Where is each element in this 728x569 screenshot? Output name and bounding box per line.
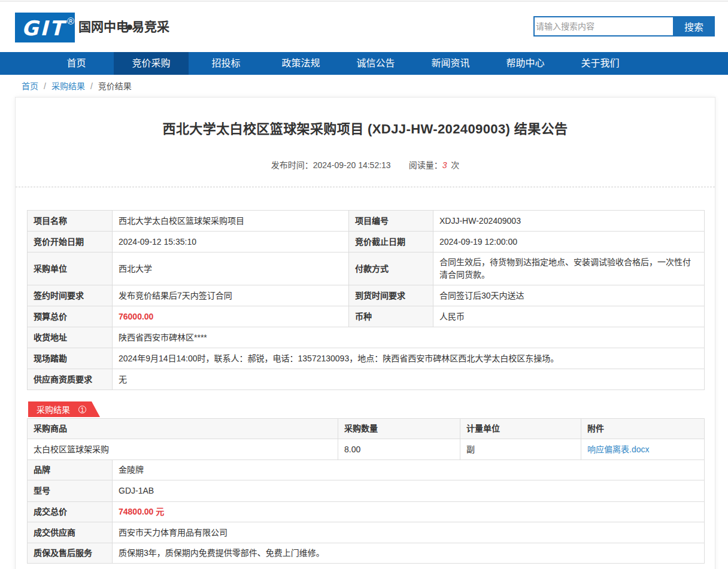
breadcrumb-current: 竞价结果 xyxy=(98,81,132,91)
project-info-table: 项目名称 西北大学太白校区篮球架采购项目 项目编号 XDJJ-HW-202409… xyxy=(27,210,705,390)
row-label: 收货地址 xyxy=(28,327,113,348)
table-row: 品牌 金陵牌 xyxy=(28,460,705,480)
row-value: XDJJ-HW-202409003 xyxy=(433,211,705,232)
table-row: 收货地址 陕西省西安市碑林区**** xyxy=(28,327,705,348)
row-value: 西北大学 xyxy=(113,252,349,285)
tables-area: 项目名称 西北大学太白校区篮球架采购项目 项目编号 XDJJ-HW-202409… xyxy=(16,210,715,564)
row-value: 2024年9月14日14:00时，联系人：郝锐，电话：13572130093，地… xyxy=(113,348,705,369)
site-logo[interactable]: GIT ® xyxy=(15,13,75,42)
nav-menu: 首页 竞价采购 招投标 政策法规 诚信公告 新闻资讯 帮助中心 关于我们 xyxy=(0,52,728,75)
nav-item-policy[interactable]: 政策法规 xyxy=(263,52,338,75)
brand-name-left: 国网中电 xyxy=(78,20,129,34)
column-header: 附件 xyxy=(581,419,705,439)
row-value: 合同生效后，待货物到达指定地点、安装调试验收合格后，一次性付清合同货款。 xyxy=(433,252,705,285)
breadcrumb-home[interactable]: 首页 xyxy=(22,81,38,91)
breadcrumb-middle[interactable]: 采购结果 xyxy=(51,81,85,91)
row-label: 项目名称 xyxy=(28,211,113,232)
row-label: 成交总价 xyxy=(28,502,113,522)
row-value: 人民币 xyxy=(433,306,705,327)
row-value: 西北大学太白校区篮球架采购项目 xyxy=(113,211,349,232)
badge-number-circle: 1 xyxy=(78,406,86,413)
table-row: 签约时间要求 发布竞价结果后7天内签订合同 到货时间要求 合同签订后30天内送达 xyxy=(28,285,705,306)
row-label: 到货时间要求 xyxy=(349,285,433,306)
table-row: 成交总价 74800.00 元 xyxy=(28,502,705,522)
nav-item-news[interactable]: 新闻资讯 xyxy=(413,52,488,75)
row-label: 品牌 xyxy=(28,460,113,480)
row-label: 成交供应商 xyxy=(28,522,113,543)
nav-item-tender[interactable]: 招投标 xyxy=(189,52,263,75)
row-label: 竞价开始日期 xyxy=(28,232,113,252)
table-row: 供应商资质要求 无 xyxy=(28,369,705,390)
search-bar: 搜索 xyxy=(533,16,715,36)
logo-text: GIT xyxy=(22,17,65,39)
row-label: 供应商资质要求 xyxy=(28,369,113,390)
nav-item-about[interactable]: 关于我们 xyxy=(563,52,638,75)
table-row: 型号 GDJ-1AB xyxy=(28,480,705,502)
row-label: 预算总价 xyxy=(28,306,113,327)
table-row: 采购单位 西北大学 付款方式 合同生效后，待货物到达指定地点、安装调试验收合格后… xyxy=(28,252,705,285)
content-panel: 西北大学太白校区篮球架采购项目 (XDJJ-HW-202409003) 结果公告… xyxy=(15,97,715,569)
row-value: 2024-09-12 15:35:10 xyxy=(113,232,349,252)
registered-trademark-icon: ® xyxy=(67,17,74,26)
badge-label: 采购结果 xyxy=(37,403,70,415)
row-value: 2024-09-19 12:00:00 xyxy=(433,232,705,252)
result-section-badge: 采购结果 1 xyxy=(28,401,100,417)
table-header-row: 采购商品 采购数量 计量单位 附件 xyxy=(28,419,705,439)
row-label: 签约时间要求 xyxy=(28,285,113,306)
publish-time-label: 发布时间： xyxy=(271,160,313,170)
table-row: 竞价开始日期 2024-09-12 15:35:10 竞价截止日期 2024-0… xyxy=(28,232,705,252)
row-label: 采购单位 xyxy=(28,252,113,285)
row-value: 金陵牌 xyxy=(113,460,705,480)
search-input[interactable] xyxy=(533,16,673,36)
column-header: 采购商品 xyxy=(28,419,338,439)
column-header: 计量单位 xyxy=(460,419,581,439)
article-head: 西北大学太白校区篮球架采购项目 (XDJJ-HW-202409003) 结果公告… xyxy=(16,98,715,187)
row-value: GDJ-1AB xyxy=(113,480,705,502)
views-label: 阅读量： xyxy=(409,160,442,170)
row-value: 发布竞价结果后7天内签订合同 xyxy=(113,285,349,306)
item-name: 太白校区篮球架采购 xyxy=(28,439,338,460)
brand-name-right: 易竞采 xyxy=(132,20,169,34)
attachment-link[interactable]: 响应偏离表.docx xyxy=(587,445,649,454)
article-meta: 发布时间：2024-09-20 14:52:13阅读量：3 次 xyxy=(16,159,715,187)
column-header: 采购数量 xyxy=(338,419,460,439)
item-qty: 8.00 xyxy=(338,439,460,460)
site-header: GIT ® 国网中电●易竞采 搜索 xyxy=(0,2,728,52)
table-row: 太白校区篮球架采购 8.00 副 响应偏离表.docx xyxy=(28,439,705,460)
nav-item-integrity[interactable]: 诚信公告 xyxy=(338,52,413,75)
nav-item-bidding-purchase[interactable]: 竞价采购 xyxy=(114,52,189,75)
row-label: 币种 xyxy=(349,306,433,327)
table-row: 项目名称 西北大学太白校区篮球架采购项目 项目编号 XDJJ-HW-202409… xyxy=(28,211,705,232)
table-row: 质保及售后服务 质保期3年，质保期内免费提供零部件、免费上门维修。 xyxy=(28,543,705,564)
breadcrumb-separator: / xyxy=(90,81,93,91)
page-title: 西北大学太白校区篮球架采购项目 (XDJJ-HW-202409003) 结果公告 xyxy=(16,120,715,138)
deal-total-value: 74800.00 元 xyxy=(113,502,705,522)
views-unit: 次 xyxy=(451,160,459,170)
table-row: 成交供应商 西安市天力体育用品有限公司 xyxy=(28,522,705,543)
breadcrumb: 首页/采购结果/竞价结果 xyxy=(0,75,728,97)
publish-time-value: 2024-09-20 14:52:13 xyxy=(313,160,391,170)
row-label: 质保及售后服务 xyxy=(28,543,113,564)
result-details-table: 品牌 金陵牌 型号 GDJ-1AB 成交总价 74800.00 元 成交供应商 … xyxy=(27,460,705,564)
breadcrumb-separator: / xyxy=(44,81,46,91)
row-value: 合同签订后30天内送达 xyxy=(433,285,705,306)
row-value: 陕西省西安市碑林区**** xyxy=(113,327,705,348)
row-label: 现场踏勘 xyxy=(28,348,113,369)
result-items-table: 采购商品 采购数量 计量单位 附件 太白校区篮球架采购 8.00 副 响应偏离表… xyxy=(27,418,705,460)
item-unit: 副 xyxy=(460,439,581,460)
brand-name: 国网中电●易竞采 xyxy=(78,20,169,33)
row-value: 质保期3年，质保期内免费提供零部件、免费上门维修。 xyxy=(113,543,705,564)
row-label: 型号 xyxy=(28,480,113,502)
search-button[interactable]: 搜索 xyxy=(673,16,715,36)
nav-item-help[interactable]: 帮助中心 xyxy=(488,52,563,75)
item-file: 响应偏离表.docx xyxy=(581,439,705,460)
row-value: 西安市天力体育用品有限公司 xyxy=(113,522,705,543)
table-row: 预算总价 76000.00 币种 人民币 xyxy=(28,306,705,327)
row-value: 无 xyxy=(113,369,705,390)
nav-item-home[interactable]: 首页 xyxy=(39,52,114,75)
table-row: 现场踏勘 2024年9月14日14:00时，联系人：郝锐，电话：13572130… xyxy=(28,348,705,369)
row-label: 付款方式 xyxy=(349,252,433,285)
row-label: 项目编号 xyxy=(349,211,433,232)
main-nav: 首页 竞价采购 招投标 政策法规 诚信公告 新闻资讯 帮助中心 关于我们 xyxy=(0,52,728,75)
row-label: 竞价截止日期 xyxy=(349,232,433,252)
